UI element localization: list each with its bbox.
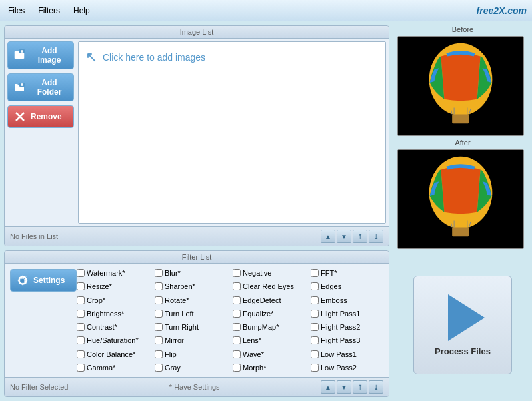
filter-checkbox[interactable] [233, 336, 241, 344]
filter-checkbox[interactable] [155, 323, 163, 331]
filter-list-body: Settings Watermark*Blur*NegativeFFT*Resi… [5, 264, 389, 377]
filter-list-hint: * Have Settings [169, 383, 220, 391]
filter-checkbox[interactable] [77, 350, 85, 358]
filter-nav-down-button[interactable]: ▼ [337, 380, 351, 394]
filter-checkbox[interactable] [77, 296, 85, 304]
filter-item: FFT* [311, 266, 386, 280]
filter-item: Negative [233, 266, 308, 280]
filter-list-nav-buttons: ▲ ▼ ⤒ ⤓ [321, 380, 383, 394]
nav-last-button[interactable]: ⤓ [369, 230, 383, 243]
filter-checkbox[interactable] [311, 296, 319, 304]
filter-checkbox[interactable] [155, 269, 163, 277]
filter-checkbox[interactable] [155, 282, 163, 290]
filter-label: Wave* [243, 350, 264, 358]
filter-checkbox[interactable] [311, 364, 319, 372]
filter-label: Morph* [243, 364, 266, 372]
filter-label: Rotate* [165, 296, 189, 304]
filter-list-section: Filter List Settings [4, 250, 389, 397]
filter-checkbox[interactable] [77, 336, 85, 344]
add-image-button[interactable]: Add Image [7, 41, 74, 69]
svg-rect-14 [452, 114, 469, 123]
nav-down-button[interactable]: ▼ [337, 230, 351, 243]
filter-checkbox[interactable] [155, 336, 163, 344]
filter-checkbox[interactable] [233, 282, 241, 290]
filter-checkbox[interactable] [311, 350, 319, 358]
filter-item: Crop* [77, 294, 152, 307]
nav-up-button[interactable]: ▲ [321, 230, 335, 243]
add-image-icon [13, 49, 27, 62]
image-list-section: Image List Add Image [4, 25, 389, 246]
filter-checkbox[interactable] [233, 310, 241, 318]
filter-item: Brightness* [77, 307, 152, 320]
filter-checkbox[interactable] [233, 296, 241, 304]
image-list-nav-buttons: ▲ ▼ ⤒ ⤓ [321, 230, 383, 243]
filter-item: Wave* [233, 348, 308, 361]
filter-item: Hight Pass3 [311, 334, 386, 347]
filter-checkbox[interactable] [311, 269, 319, 277]
menu-files[interactable]: Files [5, 5, 27, 17]
filter-item: Sharpen* [155, 280, 230, 293]
filter-list-status: No Filter Selected [10, 383, 68, 391]
process-files-button[interactable]: Process Files [413, 276, 512, 374]
filter-checkbox[interactable] [77, 282, 85, 290]
filter-item: Emboss [311, 294, 386, 307]
filter-item: Edges [311, 280, 386, 293]
filter-label: Sharpen* [165, 282, 195, 290]
play-icon [448, 294, 485, 341]
filter-nav-last-button[interactable]: ⤓ [369, 380, 383, 394]
menu-help[interactable]: Help [71, 5, 93, 17]
filter-checkbox[interactable] [155, 364, 163, 372]
left-panel: Image List Add Image [0, 21, 393, 401]
filter-checkbox[interactable] [311, 336, 319, 344]
filter-checkbox[interactable] [155, 350, 163, 358]
filter-item: Watermark* [77, 266, 152, 280]
image-list-title: Image List [5, 26, 389, 39]
filter-item: Equalize* [233, 307, 308, 320]
filter-label: Crop* [87, 296, 105, 304]
filter-checkbox[interactable] [77, 269, 85, 277]
filter-label: Blur* [165, 269, 181, 277]
nav-first-button[interactable]: ⤒ [353, 230, 367, 243]
filter-item: Low Pass2 [311, 361, 386, 374]
filter-checkbox[interactable] [233, 323, 241, 331]
filter-label: Lens* [243, 336, 261, 344]
add-folder-button[interactable]: Add Folder [7, 73, 74, 101]
filter-nav-first-button[interactable]: ⤒ [353, 380, 367, 394]
menu-items: Files Filters Help [5, 5, 93, 17]
filter-item: BumpMap* [233, 320, 308, 334]
filter-nav-up-button[interactable]: ▲ [321, 380, 335, 394]
main-layout: Image List Add Image [0, 21, 532, 401]
filter-item: Color Balance* [77, 348, 152, 361]
filter-checkbox[interactable] [233, 269, 241, 277]
filter-checkbox[interactable] [77, 310, 85, 318]
filter-label: Negative [243, 269, 271, 277]
image-list-footer: No Files in List ▲ ▼ ⤒ ⤓ [5, 226, 389, 246]
filter-label: Mirror [165, 336, 184, 344]
filter-item: Low Pass1 [311, 348, 386, 361]
filter-label: Hue/Saturation* [87, 336, 139, 344]
filter-checkbox[interactable] [311, 323, 319, 331]
settings-button[interactable]: Settings [10, 269, 77, 292]
filter-label: Low Pass1 [321, 350, 357, 358]
before-label: Before [397, 25, 528, 33]
brand-logo: free2X.com [477, 5, 527, 16]
filter-label: Brightness* [87, 310, 124, 318]
remove-button[interactable]: Remove [7, 105, 74, 128]
filter-checkbox[interactable] [233, 364, 241, 372]
filter-item: Clear Red Eyes [233, 280, 308, 293]
filter-checkbox[interactable] [155, 310, 163, 318]
menu-bar: Files Filters Help free2X.com [0, 0, 532, 21]
svg-rect-21 [452, 227, 469, 236]
menu-filters[interactable]: Filters [35, 5, 63, 17]
filter-checkbox[interactable] [77, 364, 85, 372]
filter-checkbox[interactable] [311, 282, 319, 290]
filter-list-title: Filter List [5, 251, 389, 264]
filter-checkbox[interactable] [311, 310, 319, 318]
image-drop-area[interactable]: ↖ Click here to add images [78, 41, 386, 224]
filter-label: Watermark* [87, 269, 125, 277]
filter-label: Flip [165, 350, 177, 358]
filter-checkbox[interactable] [77, 323, 85, 331]
filter-item: Flip [155, 348, 230, 361]
filter-checkbox[interactable] [155, 296, 163, 304]
filter-checkbox[interactable] [233, 350, 241, 358]
